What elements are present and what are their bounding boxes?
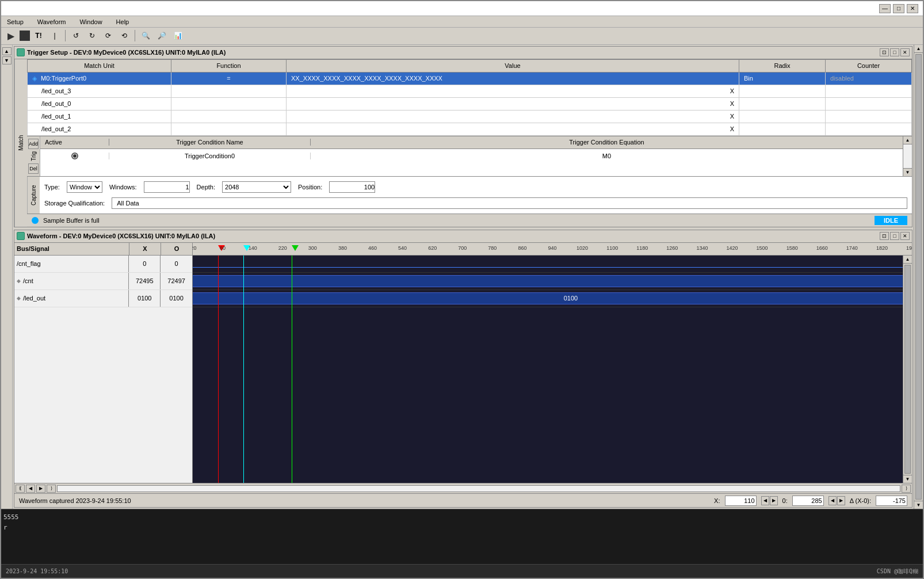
bus-expand-icon-led[interactable]: ◆ <box>17 295 21 301</box>
o-value-input[interactable] <box>792 496 824 506</box>
trigger-setup-header-buttons: ⊡ □ ✕ <box>880 48 910 56</box>
table-row[interactable]: /led_out_1 X <box>28 110 912 123</box>
bus-expand-icon-cnt[interactable]: ◆ <box>17 278 21 284</box>
main-scroll-down[interactable]: ▼ <box>914 501 923 509</box>
hscroll-leftmost[interactable]: ⟪ <box>16 485 25 493</box>
ts-maximize-btn[interactable]: □ <box>890 48 899 56</box>
x-nav-left[interactable]: ◀ <box>761 496 769 505</box>
position-input[interactable] <box>329 181 375 193</box>
cell-function-4 <box>171 123 287 135</box>
menu-bar: Setup Waveform Window Help <box>1 16 923 27</box>
delta-label: Δ (X-0): <box>850 497 871 504</box>
col-value: Value <box>287 59 739 72</box>
redo-button[interactable]: ↻ <box>85 28 100 43</box>
ts-close-btn[interactable]: ✕ <box>900 48 910 56</box>
signal-name-cnt[interactable]: ◆ /cnt <box>14 273 129 290</box>
wf-restore-btn[interactable]: ⊡ <box>880 232 889 240</box>
cell-counter-4 <box>826 123 912 135</box>
trigger-conditions-section: Add Trig Del Active Trigger Condition Na… <box>27 136 912 176</box>
type-select[interactable]: Window <box>67 181 102 193</box>
table-row[interactable]: /led_out_3 X <box>28 85 912 97</box>
menu-window[interactable]: Window <box>76 17 105 26</box>
col-function: Function <box>171 59 287 72</box>
windows-input[interactable] <box>144 181 190 193</box>
timeline-num-620: 620 <box>428 245 437 251</box>
maximize-button[interactable]: □ <box>893 4 904 13</box>
wf-led-bar-left <box>193 292 239 304</box>
depth-select[interactable]: 2048 <box>222 181 291 193</box>
menu-help[interactable]: Help <box>113 17 133 26</box>
delta-value-input[interactable] <box>876 496 907 506</box>
signal-name-cnt-flag[interactable]: /cnt_flag <box>14 256 129 272</box>
hscroll-track[interactable] <box>57 485 900 492</box>
menu-setup[interactable]: Setup <box>3 17 27 26</box>
search-button[interactable]: 🔍 <box>138 28 153 43</box>
trig-add-btn[interactable]: Add <box>28 139 39 149</box>
timeline-header: -206014022030038046054062070078086094010… <box>193 243 912 255</box>
waveform-display-area: 0100 <box>193 256 903 483</box>
capture-section: Capture Type: Window Windows: <box>27 176 912 214</box>
trigger-setup-header: Trigger Setup - DEV:0 MyDevice0 (XC6SLX1… <box>14 47 912 59</box>
signal-o-cnt: 72497 <box>161 273 192 290</box>
trigger-button[interactable]: T! <box>31 28 46 43</box>
minimize-button[interactable]: — <box>879 4 891 13</box>
hscroll-end[interactable]: ⟩ <box>902 485 911 493</box>
ts-restore-btn[interactable]: ⊡ <box>880 48 889 56</box>
run-button[interactable]: ▶ <box>3 28 18 43</box>
table-row[interactable]: /led_out_2 X <box>28 123 912 135</box>
o-nav-left[interactable]: ◀ <box>828 496 837 505</box>
wf-led-value: 0100 <box>564 295 578 302</box>
timeline-num-1580: 1580 <box>786 245 798 251</box>
table-row[interactable]: ◈ M0:TriggerPort0 = XX_XXXX_XXXX_XXXX_XX… <box>28 72 912 85</box>
close-button[interactable]: ✕ <box>907 4 918 13</box>
active-radio[interactable] <box>71 153 78 159</box>
marker-line-cyan <box>243 256 244 483</box>
cell-function-0: = <box>171 72 287 85</box>
cell-match-unit-0: ◈ M0:TriggerPort0 <box>28 72 171 85</box>
capture-sidebar-tab[interactable]: Capture <box>27 177 40 214</box>
sync-button[interactable]: ⟳ <box>101 28 116 43</box>
timeline-num-380: 380 <box>338 245 347 251</box>
timeline-num-1660: 1660 <box>816 245 828 251</box>
col-radix: Radix <box>739 59 826 72</box>
idle-button[interactable]: IDLE <box>875 216 907 225</box>
trig-del-btn[interactable]: Del <box>28 163 39 174</box>
cond-scroll-up[interactable]: ▲ <box>903 136 912 144</box>
hscroll-rightmost[interactable]: ⟩ <box>47 485 56 493</box>
right-scroll-down[interactable]: ▼ <box>903 475 912 483</box>
step-button[interactable]: | <box>47 28 62 43</box>
trig-sidebar: Add Trig Del <box>27 136 40 176</box>
scroll-down-btn[interactable]: ▼ <box>2 56 12 64</box>
right-scroll-up[interactable]: ▲ <box>903 256 912 264</box>
timeline-num-1100: 1100 <box>606 245 618 251</box>
condition-name-cell: TriggerCondition0 <box>109 153 311 159</box>
hscroll-right[interactable]: ▶ <box>36 485 45 493</box>
o-nav-right[interactable]: ▶ <box>837 496 845 505</box>
log-line-1: 5555 <box>3 512 921 522</box>
menu-waveform[interactable]: Waveform <box>34 17 70 26</box>
match-sidebar-tab[interactable]: Match <box>14 59 27 227</box>
reset-button[interactable]: ⟲ <box>117 28 132 43</box>
scroll-up-btn[interactable]: ▲ <box>2 47 12 55</box>
wf-close-btn[interactable]: ✕ <box>900 232 910 240</box>
signal-x-cnt: 72495 <box>129 273 161 290</box>
chart-button[interactable]: 📊 <box>170 28 185 43</box>
log-area: 5555 r 2023-9-24 19:55:10 CSDN @咖啡Q糊 <box>1 509 923 578</box>
refresh-button[interactable]: ↺ <box>68 28 83 43</box>
timeline-num-1420: 1420 <box>726 245 738 251</box>
hscroll-left[interactable]: ◀ <box>26 485 35 493</box>
signal-o-led-out: 0100 <box>161 290 192 307</box>
x-nav-right[interactable]: ▶ <box>770 496 778 505</box>
main-scroll-up[interactable]: ▲ <box>914 45 923 53</box>
signal-name-led-out[interactable]: ◆ /led_out <box>14 290 129 307</box>
timeline-num-1900: 1900 <box>906 245 912 251</box>
zoom-button[interactable]: 🔎 <box>154 28 169 43</box>
cond-scroll-down[interactable]: ▼ <box>903 168 912 176</box>
wf-maximize-btn[interactable]: □ <box>890 232 899 240</box>
table-row[interactable]: /led_out_0 X <box>28 97 912 110</box>
stop-button[interactable]: ■ <box>20 31 30 41</box>
main-area: ▲ ▼ Trigger Setup - DEV:0 MyDevice0 (XC6… <box>1 45 923 509</box>
timeline-num-1260: 1260 <box>666 245 678 251</box>
x-value-input[interactable] <box>725 496 757 506</box>
col-o: O <box>161 243 193 255</box>
